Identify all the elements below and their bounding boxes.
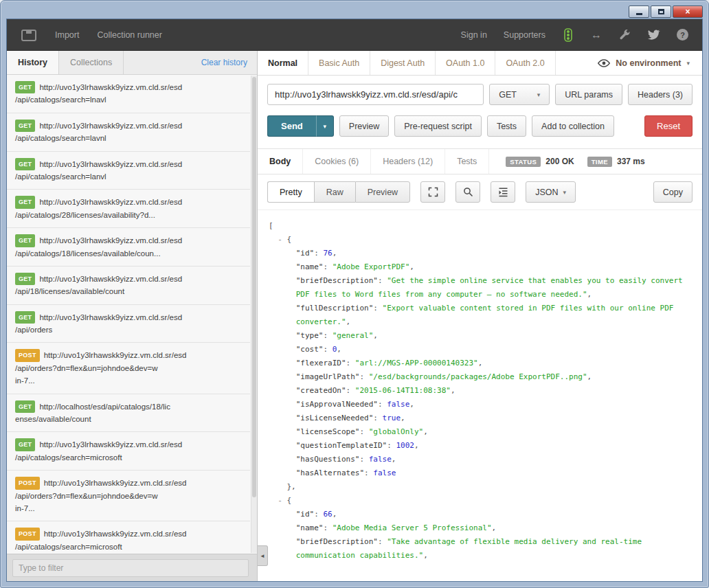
supporters-button[interactable]: Supporters bbox=[504, 30, 545, 40]
environment-label: No environment bbox=[616, 58, 681, 68]
window-titlebar[interactable]: × bbox=[6, 1, 703, 19]
reset-button[interactable]: Reset bbox=[644, 115, 693, 137]
format-icon bbox=[498, 187, 508, 197]
minimize-button[interactable] bbox=[629, 5, 649, 18]
method-badge: POST bbox=[15, 477, 40, 489]
response-body[interactable]: [- {"id": 76,"name": "Adobe ExportPDF","… bbox=[258, 210, 702, 581]
tab-tests[interactable]: Tests bbox=[445, 149, 489, 174]
send-split-button: Send ▾ bbox=[267, 115, 334, 137]
history-item[interactable]: GEThttp://uvo1y3lrhawskk9yizz.vm.cld.sr/… bbox=[7, 75, 250, 113]
code-line: "cost": 0, bbox=[269, 343, 684, 357]
tab-oauth-1[interactable]: OAuth 1.0 bbox=[436, 51, 495, 75]
wrench-icon[interactable] bbox=[618, 29, 631, 41]
format-select[interactable]: JSON ▾ bbox=[526, 181, 576, 203]
tab-headers[interactable]: Headers (12) bbox=[371, 149, 445, 174]
method-badge: GET bbox=[15, 120, 35, 132]
history-list: GEThttp://uvo1y3lrhawskk9yizz.vm.cld.sr/… bbox=[7, 75, 257, 554]
sidebar: History Collections Clear history GEThtt… bbox=[7, 51, 258, 581]
method-select[interactable]: GET ▾ bbox=[489, 84, 550, 105]
send-button[interactable]: Send bbox=[267, 115, 316, 137]
method-badge: GET bbox=[15, 273, 35, 285]
app-window: × Import Collection runner Sign in Suppo… bbox=[0, 0, 709, 588]
code-line: "fullDescription": "Export valuable cont… bbox=[269, 302, 684, 329]
maximize-icon bbox=[658, 9, 664, 14]
sign-in-button[interactable]: Sign in bbox=[461, 30, 487, 40]
history-item[interactable]: GEThttp://uvo1y3lrhawskk9yizz.vm.cld.sr/… bbox=[7, 267, 250, 305]
action-row: Send ▾ Preview Pre-request script Tests … bbox=[258, 111, 702, 146]
tab-collections[interactable]: Collections bbox=[59, 51, 124, 74]
history-item[interactable]: GEThttp://uvo1y3lrhawskk9yizz.vm.cld.sr/… bbox=[7, 190, 250, 228]
expand-icon bbox=[428, 187, 438, 197]
history-item[interactable]: GEThttp://localhost/esd/api/catalogs/18/… bbox=[7, 394, 250, 433]
expand-button[interactable] bbox=[420, 181, 445, 203]
response-status: STATUS 200 OK TIME 337 ms bbox=[506, 149, 653, 174]
clear-history-link[interactable]: Clear history bbox=[192, 51, 257, 74]
search-icon bbox=[463, 187, 473, 197]
interceptor-icon[interactable] bbox=[562, 28, 574, 42]
tab-digest-auth[interactable]: Digest Auth bbox=[370, 51, 436, 75]
chevron-down-icon: ▾ bbox=[537, 91, 541, 98]
environment-selector[interactable]: No environment ▾ bbox=[585, 51, 702, 75]
postman-app: Import Collection runner Sign in Support… bbox=[6, 19, 703, 582]
code-line: "createdOn": "2015-06-14T11:08:38", bbox=[269, 384, 684, 398]
time-value: 337 ms bbox=[617, 157, 645, 166]
view-mode-segment: Pretty Raw Preview bbox=[267, 181, 410, 203]
url-params-button[interactable]: URL params bbox=[555, 84, 622, 105]
method-value: GET bbox=[499, 90, 517, 100]
format-label: JSON bbox=[535, 188, 558, 197]
tab-cookies[interactable]: Cookies (6) bbox=[303, 149, 371, 174]
history-item[interactable]: GEThttp://uvo1y3lrhawskk9yizz.vm.cld.sr/… bbox=[7, 305, 250, 343]
pretty-button[interactable]: Pretty bbox=[267, 181, 314, 203]
prerequest-script-button[interactable]: Pre-request script bbox=[394, 115, 482, 137]
method-badge: GET bbox=[15, 158, 35, 170]
copy-button[interactable]: Copy bbox=[653, 181, 693, 203]
history-item[interactable]: GEThttp://uvo1y3lrhawskk9yizz.vm.cld.sr/… bbox=[7, 228, 250, 267]
status-value: 200 OK bbox=[545, 157, 574, 166]
code-line: "name": "Adobe ExportPDF", bbox=[269, 260, 684, 274]
sidebar-scrollbar[interactable] bbox=[251, 76, 257, 553]
history-item[interactable]: GEThttp://uvo1y3lrhawskk9yizz.vm.cld.sr/… bbox=[7, 152, 250, 190]
scrollbar-thumb[interactable] bbox=[252, 77, 256, 497]
tab-basic-auth[interactable]: Basic Auth bbox=[308, 51, 370, 75]
preview-button[interactable]: Preview bbox=[339, 115, 389, 137]
postman-logo-icon[interactable] bbox=[21, 28, 37, 42]
status-badge: STATUS bbox=[506, 157, 541, 167]
code-line: "type": "general", bbox=[269, 329, 684, 343]
tab-history[interactable]: History bbox=[7, 51, 59, 74]
history-item[interactable]: POSThttp://uvo1y3lrhawskk9yizz.vm.cld.sr… bbox=[7, 343, 250, 394]
search-response-button[interactable] bbox=[455, 181, 480, 203]
url-input[interactable] bbox=[267, 84, 484, 105]
method-badge: GET bbox=[15, 196, 35, 208]
code-line: "briefDescription": "Get the simple onli… bbox=[269, 274, 684, 302]
maximize-button[interactable] bbox=[651, 5, 671, 18]
response-viewbar: Pretty Raw Preview bbox=[258, 174, 702, 210]
headers-button[interactable]: Headers (3) bbox=[628, 84, 693, 105]
filter-input[interactable] bbox=[12, 559, 249, 577]
send-options-button[interactable]: ▾ bbox=[316, 115, 334, 137]
history-item[interactable]: POSThttp://uvo1y3lrhawskk9yizz.vm.cld.sr… bbox=[7, 471, 250, 521]
history-item[interactable]: GEThttp://uvo1y3lrhawskk9yizz.vm.cld.sr/… bbox=[7, 432, 250, 471]
code-line: "flexeraID": "arl://MGS-APP-00000140323"… bbox=[269, 357, 684, 370]
tab-body[interactable]: Body bbox=[258, 149, 303, 174]
close-button[interactable]: × bbox=[673, 5, 703, 18]
history-item[interactable]: GEThttp://uvo1y3lrhawskk9yizz.vm.cld.sr/… bbox=[7, 113, 250, 152]
tab-oauth-2[interactable]: OAuth 2.0 bbox=[495, 51, 555, 75]
twitter-icon[interactable] bbox=[647, 28, 660, 41]
help-icon[interactable]: ? bbox=[677, 29, 688, 41]
code-line: - { bbox=[269, 233, 684, 247]
code-line: "briefDescription": "Take advantage of f… bbox=[269, 535, 684, 563]
add-to-collection-button[interactable]: Add to collection bbox=[532, 115, 614, 137]
tab-normal[interactable]: Normal bbox=[258, 51, 308, 75]
tests-button[interactable]: Tests bbox=[487, 115, 526, 137]
collapse-sidebar-button[interactable]: ◄ bbox=[258, 545, 268, 566]
raw-button[interactable]: Raw bbox=[314, 181, 355, 203]
preview-view-button[interactable]: Preview bbox=[355, 181, 410, 203]
code-arrows-icon[interactable]: ↔ bbox=[591, 29, 602, 41]
history-item[interactable]: POSThttp://uvo1y3lrhawskk9yizz.vm.cld.sr… bbox=[7, 521, 250, 554]
import-button[interactable]: Import bbox=[55, 30, 79, 40]
code-line: "licenseScope": "globalOnly", bbox=[269, 425, 684, 439]
format-button[interactable] bbox=[491, 181, 515, 203]
toolbar-right-group: Sign in Supporters ↔ ? bbox=[461, 28, 688, 42]
collection-runner-button[interactable]: Collection runner bbox=[97, 30, 162, 40]
method-badge: POST bbox=[15, 349, 40, 361]
